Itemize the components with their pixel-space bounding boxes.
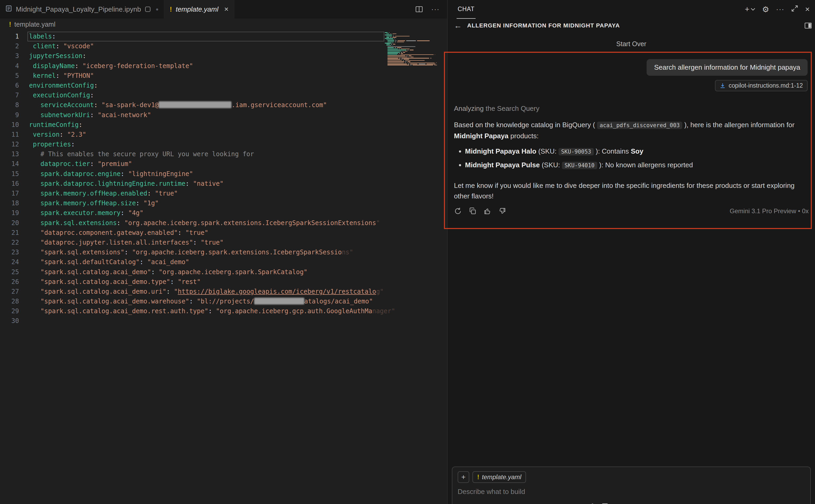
code-line[interactable]: 3jupyterSession: — [0, 51, 447, 61]
code-line[interactable]: 10runtimeConfig: — [0, 120, 447, 130]
editor-actions: ··· — [408, 0, 447, 18]
line-number: 24 — [0, 257, 29, 267]
composer-toolbar: + Agent Gemini 3.1 Pro Preview ↑ — [458, 503, 805, 504]
line-number: 2 — [0, 41, 29, 51]
close-panel-icon[interactable]: × — [805, 5, 810, 14]
line-number: 13 — [0, 149, 29, 159]
line-number: 7 — [0, 91, 29, 100]
line-number: 28 — [0, 297, 29, 306]
code-line[interactable]: 6environmentConfig: — [0, 81, 447, 91]
code-line[interactable]: 4 displayName: "iceberg-federation-templ… — [0, 61, 447, 71]
chat-tab[interactable]: CHAT — [457, 0, 476, 19]
list-item: Midnight Papaya Pulse (SKU: SKU-94010 ):… — [465, 160, 808, 171]
copy-icon[interactable] — [469, 207, 477, 215]
chat-header: CHAT + ⚙ ··· × — [448, 0, 815, 18]
line-number: 26 — [0, 277, 29, 287]
thumbs-up-icon[interactable] — [484, 207, 491, 215]
tools-warning-icon[interactable] — [602, 503, 610, 504]
line-number: 14 — [0, 159, 29, 169]
chat-composer[interactable]: + ! template.yaml Describe what to build… — [452, 467, 811, 504]
line-number: 22 — [0, 238, 29, 248]
code-line[interactable]: 7 executionConfig: — [0, 91, 447, 100]
code-line[interactable]: 29 "spark.sql.catalog.acai_demo.rest.aut… — [0, 306, 447, 316]
code-line[interactable]: 9 subnetworkUri: "acai-network" — [0, 110, 447, 120]
code-line[interactable]: 12 properties: — [0, 140, 447, 149]
regenerate-icon[interactable] — [454, 207, 462, 215]
code-line[interactable]: 26 "spark.sql.catalog.acai_demo.type": "… — [0, 277, 447, 287]
code-line[interactable]: 20 spark.sql.extensions: "org.apache.ice… — [0, 218, 447, 228]
code-editor[interactable]: 1labels:2 client: "vscode"3jupyterSessio… — [0, 30, 447, 504]
line-number: 25 — [0, 267, 29, 277]
code-line[interactable]: 27 "spark.sql.catalog.acai_demo.uri": "h… — [0, 287, 447, 297]
code-line[interactable]: 24 "spark.sql.defaultCatalog": "acai_dem… — [0, 257, 447, 267]
line-number: 8 — [0, 100, 29, 110]
code-lines: 1labels:2 client: "vscode"3jupyterSessio… — [0, 32, 447, 326]
tab-template-yaml[interactable]: ! template.yaml × — [164, 0, 234, 18]
send-button[interactable]: ↑ — [801, 503, 805, 504]
thumbs-down-icon[interactable] — [498, 207, 506, 215]
line-number: 4 — [0, 61, 29, 71]
chat-session-title: ALLERGEN INFORMATION FOR MIDNIGHT PAPAYA — [467, 22, 620, 29]
code-line[interactable]: 11 version: "2.3" — [0, 130, 447, 140]
code-line[interactable]: 17 spark.memory.offHeap.enabled: "true" — [0, 189, 447, 198]
chat-titlebar: ← ALLERGEN INFORMATION FOR MIDNIGHT PAPA… — [448, 18, 815, 33]
more-options-icon[interactable]: ··· — [776, 5, 784, 13]
response-actions: Gemini 3.1 Pro Preview • 0x — [454, 207, 809, 215]
code-line[interactable]: 25 "spark.sql.catalog.acai_demo": "org.a… — [0, 267, 447, 277]
back-arrow-icon[interactable]: ← — [454, 21, 462, 30]
code-line[interactable]: 22 "dataproc.jupyter.listen.all.interfac… — [0, 238, 447, 248]
close-tab-icon[interactable]: × — [224, 5, 229, 13]
chat-header-actions: + ⚙ ··· × — [745, 5, 810, 14]
line-number: 12 — [0, 140, 29, 149]
tab-pin-icon[interactable] — [145, 6, 151, 12]
attach-icon[interactable]: + — [458, 503, 462, 504]
tab-label: Midnight_Papaya_Loyalty_Pipeline.ipynb — [16, 5, 141, 13]
line-number: 5 — [0, 71, 29, 81]
code-line[interactable]: 18 spark.memory.offHeap.size: "1g" — [0, 198, 447, 208]
context-chip[interactable]: ! template.yaml — [472, 471, 526, 483]
split-editor-icon[interactable] — [415, 6, 423, 13]
allergen-list: Midnight Papaya Halo (SKU: SKU-90053 ): … — [454, 146, 808, 173]
code-line[interactable]: 2 client: "vscode" — [0, 41, 447, 51]
add-context-button[interactable]: + — [458, 471, 469, 483]
code-line[interactable]: 13 # This enables the secure proxy URL y… — [0, 149, 447, 159]
tab-label: template.yaml — [176, 5, 219, 13]
notebook-file-icon — [5, 5, 12, 14]
tune-icon[interactable] — [587, 503, 595, 504]
code-line[interactable]: 30 — [0, 316, 447, 326]
settings-gear-icon[interactable]: ⚙ — [762, 5, 769, 14]
code-line[interactable]: 5 kernel: "PYTHON" — [0, 71, 447, 81]
warning-icon: ! — [477, 473, 479, 481]
maximize-panel-icon[interactable] — [791, 5, 798, 14]
line-number: 11 — [0, 130, 29, 140]
breadcrumb[interactable]: ! template.yaml — [0, 18, 447, 30]
editor-pane: Midnight_Papaya_Loyalty_Pipeline.ipynb ●… — [0, 0, 448, 504]
chat-panel: CHAT + ⚙ ··· × ← ALLERGEN INFORMATION FO… — [448, 0, 815, 504]
start-over-button[interactable]: Start Over — [448, 40, 815, 48]
reference-chip[interactable]: copilot-instructions.md:1-12 — [715, 80, 808, 91]
line-number: 29 — [0, 306, 29, 316]
line-number: 1 — [0, 32, 29, 41]
code-line[interactable]: 8 serviceAccount: "sa-spark-dev1@.iam.gs… — [0, 100, 447, 110]
code-line[interactable]: 19 spark.executor.memory: "4g" — [0, 208, 447, 218]
code-line[interactable]: 14 dataproc.tier: "premium" — [0, 159, 447, 169]
code-line[interactable]: 16 spark.dataproc.lightningEngine.runtim… — [0, 179, 447, 189]
chat-input[interactable]: Describe what to build — [458, 488, 805, 496]
open-chat-in-editor-icon[interactable] — [804, 22, 812, 29]
line-number: 16 — [0, 179, 29, 189]
plus-icon: + — [745, 5, 750, 14]
new-chat-button[interactable]: + — [745, 5, 755, 14]
minimap[interactable] — [385, 32, 440, 67]
model-attribution: Gemini 3.1 Pro Preview • 0x — [730, 207, 809, 215]
tab-notebook[interactable]: Midnight_Papaya_Loyalty_Pipeline.ipynb ● — [0, 0, 164, 18]
code-line[interactable]: 23 "spark.sql.extensions": "org.apache.i… — [0, 248, 447, 257]
code-line[interactable]: 21 "dataproc.component.gateway.enabled":… — [0, 228, 447, 238]
code-line[interactable]: 15 spark.dataproc.engine: "lightningEngi… — [0, 169, 447, 179]
code-line[interactable]: 28 "spark.sql.catalog.acai_demo.warehous… — [0, 297, 447, 306]
chevron-down-icon — [751, 8, 755, 11]
line-number: 10 — [0, 120, 29, 130]
editor-tab-bar: Midnight_Papaya_Loyalty_Pipeline.ipynb ●… — [0, 0, 447, 18]
vscode-window: Midnight_Papaya_Loyalty_Pipeline.ipynb ●… — [0, 0, 815, 504]
code-line[interactable]: 1labels: — [0, 32, 447, 41]
more-actions-icon[interactable]: ··· — [431, 5, 440, 13]
